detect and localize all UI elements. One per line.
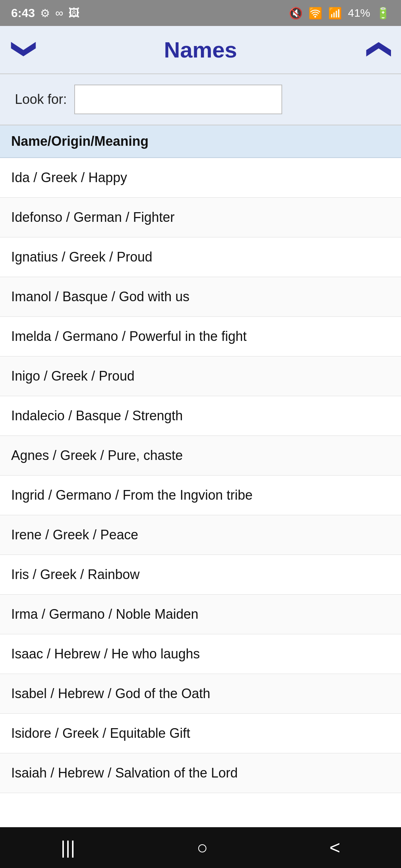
list-item[interactable]: Ignatius / Greek / Proud [0, 237, 401, 277]
status-bar: 6:43 ⚙ ∞ 🖼 🔇 🛜 📶 41% 🔋 [0, 0, 401, 26]
header: ❯ Names ❯ [0, 26, 401, 74]
search-bar: Look for: [0, 74, 401, 125]
list-item[interactable]: Ida / Greek / Happy [0, 158, 401, 198]
column-header: Name/Origin/Meaning [0, 125, 401, 158]
mute-icon: 🔇 [289, 7, 303, 20]
list-item[interactable]: Iris / Greek / Rainbow [0, 555, 401, 595]
list-item[interactable]: Indalecio / Basque / Strength [0, 396, 401, 436]
status-time: 6:43 [11, 6, 35, 20]
home-button[interactable]: ○ [182, 833, 223, 862]
nav-bar: ||| ○ < [0, 827, 401, 868]
search-input[interactable] [74, 85, 282, 114]
search-label: Look for: [15, 92, 67, 107]
list-item[interactable]: Irma / Germano / Noble Maiden [0, 595, 401, 634]
list-item[interactable]: Isidore / Greek / Equitable Gift [0, 714, 401, 753]
status-left: 6:43 ⚙ ∞ 🖼 [11, 6, 79, 20]
status-right: 🔇 🛜 📶 41% 🔋 [289, 7, 390, 20]
names-list: Ida / Greek / HappyIdefonso / German / F… [0, 158, 401, 827]
list-item[interactable]: Isaac / Hebrew / He who laughs [0, 634, 401, 674]
list-item[interactable]: Imelda / Germano / Powerful in the fight [0, 317, 401, 356]
chevron-down-button[interactable]: ❯ [13, 40, 37, 60]
list-item[interactable]: Irene / Greek / Peace [0, 515, 401, 555]
list-item[interactable]: Isabel / Hebrew / God of the Oath [0, 674, 401, 714]
battery-text: 41% [348, 7, 370, 19]
back-button[interactable]: < [314, 833, 355, 862]
settings-icon: ⚙ [40, 7, 50, 20]
list-item[interactable]: Imanol / Basque / God with us [0, 277, 401, 317]
gallery-icon: 🖼 [68, 7, 79, 19]
chevron-up-button[interactable]: ❯ [364, 40, 388, 60]
column-header-label: Name/Origin/Meaning [11, 134, 149, 149]
voicemail-icon: ∞ [55, 7, 63, 19]
page-title: Names [164, 37, 237, 63]
signal-icon: 📶 [328, 7, 342, 20]
menu-button[interactable]: ||| [46, 833, 90, 862]
battery-icon: 🔋 [376, 7, 390, 20]
list-item[interactable]: Idefonso / German / Fighter [0, 198, 401, 237]
list-item[interactable]: Inigo / Greek / Proud [0, 356, 401, 396]
list-item[interactable]: Ingrid / Germano / From the Ingvion trib… [0, 476, 401, 515]
list-item[interactable]: Isaiah / Hebrew / Salvation of the Lord [0, 753, 401, 793]
wifi-icon: 🛜 [309, 7, 322, 20]
list-item[interactable]: Agnes / Greek / Pure, chaste [0, 436, 401, 476]
